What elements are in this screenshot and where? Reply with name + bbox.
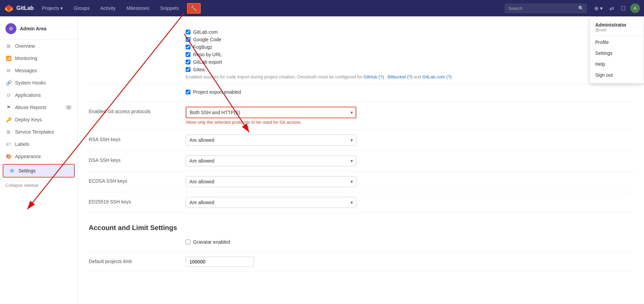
nav-projects[interactable]: Projects ▾ bbox=[39, 4, 66, 12]
project-export-checkbox: Project export enabled bbox=[186, 89, 633, 95]
gitlab-com-link[interactable]: GitLab.com (?) bbox=[423, 74, 452, 79]
ed25519-keys-label: ED25519 SSH keys bbox=[89, 197, 177, 204]
abuse-reports-icon: ⚑ bbox=[5, 105, 12, 110]
profile-header: Administrator @root bbox=[590, 19, 644, 35]
gravatar-input[interactable] bbox=[186, 240, 190, 244]
signout-link[interactable]: Sign out bbox=[590, 70, 644, 80]
rsa-keys-label: RSA SSH keys bbox=[89, 135, 177, 142]
sidebar-item-abuse-reports[interactable]: ⚑ Abuse Reports 0 bbox=[0, 101, 77, 113]
git-protocols-select[interactable]: Both SSH and HTTP(S) Only SSH Only HTTP(… bbox=[186, 107, 356, 118]
dsa-keys-row: DSA SSH keys Are allowed Are forbidden bbox=[89, 151, 633, 171]
applications-icon: ⊙ bbox=[5, 92, 12, 98]
search-icon[interactable]: 🔍 bbox=[578, 5, 584, 11]
sidebar-item-settings[interactable]: ⚙ Settings bbox=[3, 165, 74, 177]
profile-link[interactable]: Profile bbox=[590, 37, 644, 48]
sidebar-item-system-hooks[interactable]: 🔗 System Hooks bbox=[0, 77, 77, 89]
overview-icon: ⊞ bbox=[5, 43, 12, 49]
project-export-label: Project export enabled bbox=[193, 89, 241, 95]
labels-icon: 🏷 bbox=[5, 141, 12, 147]
project-export-input[interactable] bbox=[186, 90, 190, 94]
sidebar-item-monitoring[interactable]: 📶 Monitoring bbox=[0, 52, 77, 64]
sidebar-item-appearance[interactable]: 🎨 Appearance bbox=[0, 150, 77, 163]
dsa-select-wrapper: Are allowed Are forbidden bbox=[186, 155, 356, 166]
ecdsa-keys-select[interactable]: Are allowed Are forbidden bbox=[186, 176, 356, 187]
rsa-keys-select[interactable]: Are allowed Are forbidden Must be at lea… bbox=[186, 135, 356, 146]
project-export-row: Project export enabled bbox=[89, 85, 633, 102]
git-protocols-select-wrapper: Both SSH and HTTP(S) Only SSH Only HTTP(… bbox=[186, 107, 356, 118]
rsa-select-wrapper: Are allowed Are forbidden Must be at lea… bbox=[186, 135, 356, 146]
issues-icon[interactable]: ☐ bbox=[619, 4, 628, 13]
ecdsa-keys-label: ECDSA SSH keys bbox=[89, 176, 177, 184]
sidebar-title: Admin Area bbox=[20, 26, 46, 31]
nav-groups[interactable]: Groups bbox=[71, 4, 92, 12]
nav-milestones[interactable]: Milestones bbox=[124, 4, 152, 12]
profile-name: Administrator bbox=[595, 22, 638, 28]
system-hooks-icon: 🔗 bbox=[5, 80, 12, 86]
search-container: 🔍 bbox=[505, 4, 587, 13]
nav-icons: ⊕ ▾ ⇄ ☐ A bbox=[592, 3, 640, 13]
settings-icon: ⚙ bbox=[9, 168, 15, 173]
ecdsa-select-wrapper: Are allowed Are forbidden bbox=[186, 176, 356, 187]
default-projects-limit-input[interactable] bbox=[186, 257, 254, 267]
checkbox-gitea-input[interactable] bbox=[186, 67, 190, 72]
logo[interactable]: GitLab bbox=[4, 3, 34, 13]
profile-handle: @root bbox=[595, 28, 638, 32]
git-protocols-hint: Allow only the selected protocols to be … bbox=[186, 120, 633, 125]
nav-snippets[interactable]: Snippets bbox=[157, 4, 181, 12]
top-nav: GitLab Projects ▾ Groups Activity Milest… bbox=[0, 0, 644, 16]
import-content: GitLab.com Google Code FogBugz Repo by U… bbox=[186, 29, 633, 79]
collapse-sidebar[interactable]: Collapse sidebar bbox=[0, 179, 77, 191]
checkbox-gitlab-export: GitLab export bbox=[186, 59, 633, 65]
sidebar-item-applications[interactable]: ⊙ Applications bbox=[0, 89, 77, 101]
bitbucket-link[interactable]: Bitbucket (?) bbox=[388, 74, 413, 79]
sidebar: ⚙ Admin Area ⊞ Overview 📶 Monitoring ✉ M… bbox=[0, 16, 78, 304]
sidebar-header: ⚙ Admin Area bbox=[0, 19, 77, 40]
dsa-keys-label: DSA SSH keys bbox=[89, 155, 177, 163]
gravatar-label: Gravatar enabled bbox=[193, 239, 230, 245]
search-input[interactable] bbox=[505, 4, 587, 13]
checkbox-fogbugz-input[interactable] bbox=[186, 45, 190, 49]
github-link[interactable]: GitHub (?) bbox=[363, 74, 384, 79]
settings-box: ⚙ Settings bbox=[3, 164, 75, 178]
service-templates-icon: ⊞ bbox=[5, 129, 12, 135]
abuse-reports-badge: 0 bbox=[65, 105, 72, 110]
import-sources-section: GitLab.com Google Code FogBugz Repo by U… bbox=[89, 25, 633, 213]
checkbox-google-code-input[interactable] bbox=[186, 37, 190, 42]
checkbox-fogbugz: FogBugz bbox=[186, 44, 633, 50]
checkbox-repo-by-url-input[interactable] bbox=[186, 52, 190, 57]
sidebar-item-messages[interactable]: ✉ Messages bbox=[0, 64, 77, 77]
gravatar-checkbox: Gravatar enabled bbox=[186, 239, 633, 245]
help-link[interactable]: Help bbox=[590, 59, 644, 70]
default-projects-limit-label: Default projects limit bbox=[89, 257, 177, 264]
layout: ⚙ Admin Area ⊞ Overview 📶 Monitoring ✉ M… bbox=[0, 16, 644, 304]
nav-admin[interactable]: 🔧 bbox=[187, 3, 201, 14]
sidebar-item-deploy-keys[interactable]: 🔑 Deploy Keys bbox=[0, 113, 77, 126]
deploy-keys-icon: 🔑 bbox=[5, 117, 12, 122]
nav-activity[interactable]: Activity bbox=[98, 4, 118, 12]
dsa-keys-select[interactable]: Are allowed Are forbidden bbox=[186, 155, 356, 166]
account-limit-heading: Account and Limit Settings bbox=[89, 221, 633, 232]
import-help-text: Enabled sources for code import during p… bbox=[186, 74, 633, 79]
ed25519-select-wrapper: Are allowed Are forbidden bbox=[186, 197, 356, 208]
avatar[interactable]: A bbox=[630, 3, 640, 13]
ecdsa-keys-row: ECDSA SSH keys Are allowed Are forbidden bbox=[89, 171, 633, 192]
messages-icon: ✉ bbox=[5, 68, 12, 73]
settings-link[interactable]: Settings bbox=[590, 48, 644, 59]
sidebar-item-overview[interactable]: ⊞ Overview bbox=[0, 40, 77, 52]
import-checkboxes-row: GitLab.com Google Code FogBugz Repo by U… bbox=[89, 25, 633, 85]
monitoring-icon: 📶 bbox=[5, 56, 12, 61]
ed25519-keys-row: ED25519 SSH keys Are allowed Are forbidd… bbox=[89, 192, 633, 213]
import-label bbox=[89, 29, 177, 31]
add-button[interactable]: ⊕ ▾ bbox=[592, 4, 605, 13]
checkbox-google-code: Google Code bbox=[186, 37, 633, 42]
rsa-keys-row: RSA SSH keys Are allowed Are forbidden M… bbox=[89, 130, 633, 151]
default-projects-limit-row: Default projects limit bbox=[89, 252, 633, 272]
sidebar-item-labels[interactable]: 🏷 Labels bbox=[0, 138, 77, 150]
ed25519-keys-select[interactable]: Are allowed Are forbidden bbox=[186, 197, 356, 208]
checkbox-gitlab-export-input[interactable] bbox=[186, 60, 190, 64]
checkbox-gitlab-com-input[interactable] bbox=[186, 30, 190, 34]
sidebar-item-service-templates[interactable]: ⊞ Service Templates bbox=[0, 126, 77, 138]
merge-request-icon[interactable]: ⇄ bbox=[607, 4, 616, 13]
checkbox-repo-by-url: Repo by URL bbox=[186, 52, 633, 57]
git-protocols-row: Enabled Git access protocols Both SSH an… bbox=[89, 102, 633, 130]
